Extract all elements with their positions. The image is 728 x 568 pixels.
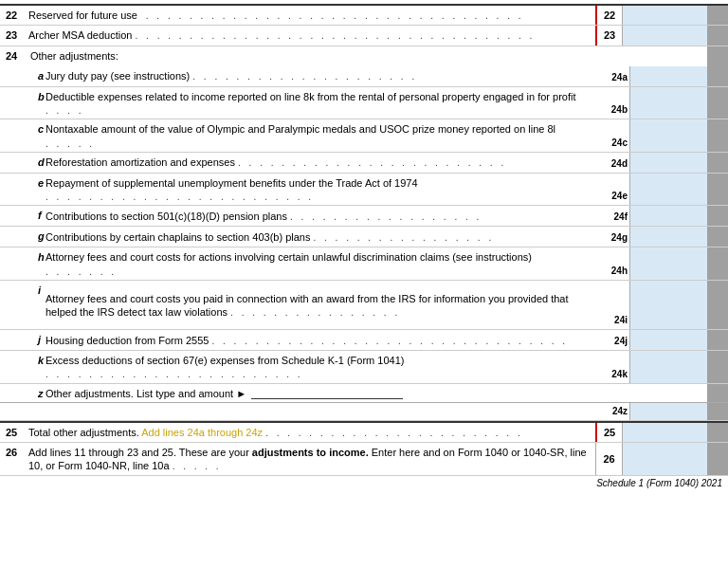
- row-24-header: 24 Other adjustments:: [0, 46, 728, 66]
- row-24a-field[interactable]: [629, 66, 707, 86]
- row-24c-dots: . . . . .: [46, 138, 95, 149]
- row-24a-desc: Jury duty pay (see instructions) . . . .…: [44, 66, 595, 85]
- row-24j-gray: [707, 330, 728, 350]
- row-24e-gray: [707, 174, 728, 206]
- row-26-bold: adjustments to income.: [252, 447, 369, 458]
- row-23-right-num: 23: [595, 26, 622, 46]
- row-24z-input-line[interactable]: [251, 387, 403, 399]
- row-23-desc: Archer MSA deduction . . . . . . . . . .…: [27, 26, 595, 45]
- row-24z-label: [639, 390, 673, 396]
- row-24k-letter: k: [27, 351, 44, 383]
- row-24b-dots: . . . .: [46, 105, 83, 116]
- row-24h-text: Attorney fees and court costs for action…: [46, 251, 532, 263]
- row-24k-desc: Excess deductions of section 67(e) expen…: [44, 351, 595, 383]
- row-24h-field[interactable]: [629, 247, 707, 280]
- row-24c-desc: Nontaxable amount of the value of Olympi…: [44, 119, 595, 152]
- line-23-number: 23: [0, 26, 27, 46]
- row-24h-content: Attorney fees and court costs for action…: [44, 247, 595, 280]
- row-24d-desc: Reforestation amortization and expenses …: [44, 153, 595, 172]
- row-24j-field[interactable]: [629, 330, 707, 350]
- row-24g-label: 24g: [595, 227, 629, 247]
- row-24a-letter: a: [27, 66, 44, 86]
- row-24e: 24 e Repayment of supplemental unemploym…: [0, 174, 728, 207]
- footer-text: Schedule 1 (Form 1040) 2021: [596, 478, 722, 488]
- row-24f-content: Contributions to section 501(c)(18)(D) p…: [44, 206, 595, 226]
- row-24j-dots: . . . . . . . . . . . . . . . . . . . . …: [212, 336, 569, 346]
- row-24c-label: 24c: [595, 119, 629, 152]
- row-24j: 24 j Housing deduction from Form 2555 . …: [0, 330, 728, 351]
- row-22-dots: . . . . . . . . . . . . . . . . . . . . …: [140, 10, 523, 21]
- row-23-content: Archer MSA deduction . . . . . . . . . .…: [27, 26, 595, 46]
- form-container: 22 Reserved for future use . . . . . . .…: [0, 0, 728, 490]
- row-22-content: Reserved for future use . . . . . . . . …: [27, 6, 595, 25]
- row-24d-dots: . . . . . . . . . . . . . . . . . . . . …: [238, 157, 506, 168]
- row-24f-gray: [707, 206, 728, 226]
- row-24z-inner: 24 z Other adjustments. List type and am…: [0, 384, 728, 402]
- row-25-gray: [707, 423, 728, 442]
- row-24e-dots: . . . . . . . . . . . . . . . . . . . . …: [46, 192, 314, 202]
- row-24d-content: Reforestation amortization and expenses …: [44, 153, 595, 173]
- row-24g: 24 g Contributions by certain chaplains …: [0, 227, 728, 247]
- row-24j-content: Housing deduction from Form 2555 . . . .…: [44, 330, 595, 350]
- row-24d-field[interactable]: [629, 153, 707, 173]
- row-24z-bottom-label: 24z: [595, 403, 629, 420]
- row-26-desc: Add lines 11 through 23 and 25. These ar…: [27, 443, 595, 476]
- row-24b-gray: [707, 87, 728, 119]
- row-24z-field[interactable]: [629, 403, 707, 420]
- row-25-right-num: 25: [595, 423, 622, 442]
- row-24c-gray: [707, 119, 728, 152]
- row-22-desc: Reserved for future use . . . . . . . . …: [27, 6, 595, 25]
- row-24j-letter: j: [27, 330, 44, 350]
- row-24c-content: Nontaxable amount of the value of Olympi…: [44, 119, 595, 152]
- row-26-text1: Add lines 11 through 23 and 25. These ar…: [28, 447, 252, 458]
- row-24h-label: 24h: [595, 247, 629, 280]
- row-22-field[interactable]: [622, 6, 707, 25]
- row-23-field[interactable]: [622, 26, 707, 46]
- row-24k: 24 k Excess deductions of section 67(e) …: [0, 351, 728, 384]
- row-22-gray: [707, 6, 728, 25]
- line-25-number: 25: [0, 423, 27, 442]
- row-24i-letter: i: [27, 281, 44, 329]
- row-22-text: Reserved for future use: [28, 9, 137, 21]
- row-24f-field[interactable]: [629, 206, 707, 226]
- row-25-yellow-text: Add lines 24a through 24z: [141, 427, 263, 438]
- row-24g-gray: [707, 227, 728, 247]
- form-footer: Schedule 1 (Form 1040) 2021: [0, 476, 728, 490]
- row-24e-desc: Repayment of supplemental unemployment b…: [44, 174, 595, 206]
- row-24i-dots: . . . . . . . . . . . . . . . .: [230, 307, 400, 318]
- row-24d-gray: [707, 153, 728, 173]
- row-24j-desc: Housing deduction from Form 2555 . . . .…: [44, 331, 595, 350]
- row-24k-field[interactable]: [629, 351, 707, 383]
- row-24k-gray: [707, 351, 728, 383]
- row-24g-desc: Contributions by certain chaplains to se…: [44, 228, 595, 247]
- row-24c-letter: c: [27, 119, 44, 152]
- row-24e-letter: e: [27, 174, 44, 206]
- row-24e-label: 24e: [595, 174, 629, 206]
- row-24z-gray: [707, 384, 728, 402]
- row-24f: 24 f Contributions to section 501(c)(18)…: [0, 206, 728, 227]
- row-24a: 24 a Jury duty pay (see instructions) . …: [0, 66, 728, 87]
- row-24e-content: Repayment of supplemental unemployment b…: [44, 174, 595, 206]
- row-26-field[interactable]: [622, 443, 707, 476]
- row-25-prefix: Total other adjustments.: [28, 427, 141, 438]
- row-24a-dots: . . . . . . . . . . . . . . . . . . . . …: [192, 71, 417, 82]
- row-24b-field[interactable]: [629, 87, 707, 119]
- row-24b-content: Deductible expenses related to income re…: [44, 87, 595, 119]
- row-24c-field[interactable]: [629, 119, 707, 152]
- row-26: 26 Add lines 11 through 23 and 25. These…: [0, 443, 728, 477]
- row-24-gray: [707, 46, 728, 66]
- row-24f-desc: Contributions to section 501(c)(18)(D) p…: [44, 207, 595, 226]
- row-24i-field[interactable]: [629, 281, 707, 329]
- row-24a-text: Jury duty pay (see instructions): [46, 70, 190, 82]
- row-24g-field[interactable]: [629, 227, 707, 247]
- row-23-text: Archer MSA deduction: [28, 29, 132, 41]
- row-24d-letter: d: [27, 153, 44, 173]
- row-24a-right-spacer: [707, 66, 728, 86]
- row-24e-field[interactable]: [629, 174, 707, 206]
- row-25-field[interactable]: [622, 423, 707, 442]
- row-24b: 24 b Deductible expenses related to inco…: [0, 87, 728, 120]
- row-26-content: Add lines 11 through 23 and 25. These ar…: [27, 443, 595, 476]
- row-26-dots: . . . . .: [173, 461, 222, 471]
- row-24i-content: Attorney fees and court costs you paid i…: [44, 281, 595, 329]
- row-24j-label: 24j: [595, 330, 629, 350]
